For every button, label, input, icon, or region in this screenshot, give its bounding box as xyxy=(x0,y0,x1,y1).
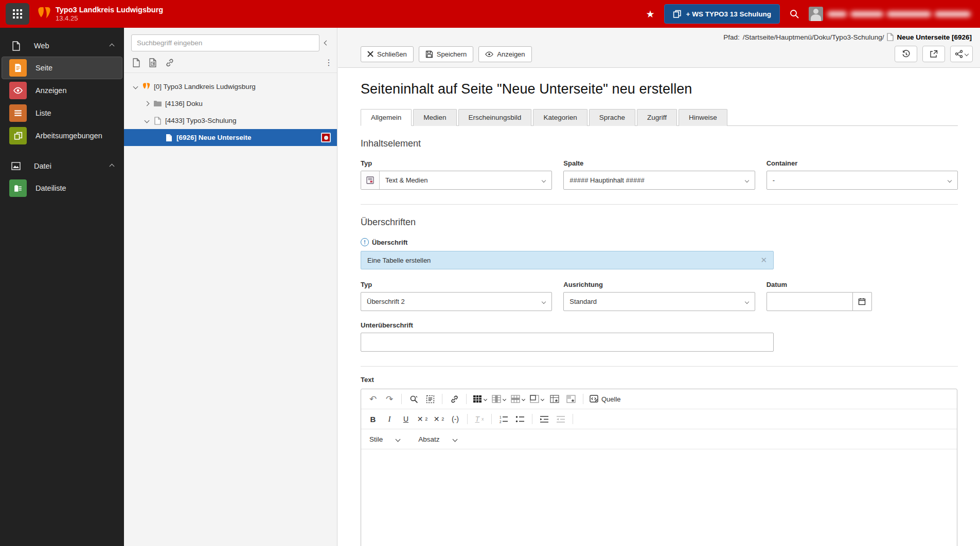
tree-node-root[interactable]: [0] Typo3 Landkreis Ludwigsburg xyxy=(124,78,337,95)
save-button[interactable]: Speichern xyxy=(419,46,474,62)
date-picker-button[interactable] xyxy=(853,292,872,311)
tree-node-doku[interactable]: [4136] Doku xyxy=(124,95,337,112)
bookmark-star-icon[interactable]: ★ xyxy=(646,8,655,20)
expand-chevron-icon[interactable] xyxy=(144,118,149,123)
view-button[interactable]: Anzeigen xyxy=(478,46,531,62)
cell-properties-icon[interactable] xyxy=(563,392,579,406)
colpos-select[interactable]: ##### Hauptinhalt ##### xyxy=(563,171,755,190)
tab-allgemein[interactable]: Allgemein xyxy=(361,109,412,126)
tab-zugriff[interactable]: Zugriff xyxy=(637,109,677,126)
docheader-buttons: Schließen Speichern Anzeigen xyxy=(361,46,973,62)
table-row-icon[interactable] xyxy=(509,392,527,406)
module-group-web[interactable]: Web xyxy=(0,35,124,57)
module-menu-toggle-button[interactable] xyxy=(6,3,29,25)
workspace-icon xyxy=(673,10,682,19)
module-item-arbeitsumgebungen[interactable]: Arbeitsumgebungen xyxy=(2,124,122,147)
module-item-seite[interactable]: Seite xyxy=(2,57,122,79)
tree-node-label: [4136] Doku xyxy=(165,100,203,107)
outdent-icon[interactable] xyxy=(553,412,568,426)
typo3-site-icon xyxy=(140,83,152,91)
tab-hinweise[interactable]: Hinweise xyxy=(679,109,727,126)
page-title: Seiteninhalt auf Seite "Neue Unterseite"… xyxy=(361,81,958,97)
select-all-icon[interactable] xyxy=(422,392,438,406)
remove-format-icon[interactable]: Tx xyxy=(472,412,487,426)
soft-hyphen-icon[interactable]: (-) xyxy=(448,412,463,426)
brand[interactable]: Typo3 Landkreis Ludwigsburg 13.4.25 xyxy=(38,5,163,23)
ctype-select-value: Text & Medien xyxy=(385,176,427,184)
module-item-arbeitsumgebungen-label: Arbeitsumgebungen xyxy=(35,132,102,140)
container-select[interactable]: - xyxy=(767,171,958,190)
ctype-select[interactable]: Text & Medien xyxy=(361,171,552,190)
open-in-new-button[interactable] xyxy=(922,46,945,62)
insert-table-icon[interactable] xyxy=(471,392,489,406)
redo-icon[interactable]: ↷ xyxy=(382,392,397,406)
styles-dropdown[interactable]: Stile xyxy=(365,432,404,446)
clear-field-icon[interactable]: ✕ xyxy=(760,256,767,265)
module-item-liste-label: Liste xyxy=(35,109,51,117)
page-module-icon xyxy=(9,59,27,77)
close-button[interactable]: Schließen xyxy=(361,46,414,62)
new-page-button[interactable] xyxy=(132,58,140,67)
user-menu[interactable] xyxy=(809,7,971,21)
tree-node-typo3-schulung[interactable]: [4433] Typo3-Schulung xyxy=(124,112,337,129)
tree-search-input[interactable] xyxy=(131,34,319,51)
tab-erscheinungsbild[interactable]: Erscheinungsbild xyxy=(458,109,532,126)
header-align-select[interactable]: Standard xyxy=(563,292,755,311)
tree-node-neue-unterseite-selected[interactable]: [6926] Neue Unterseite xyxy=(124,129,337,146)
superscript-icon[interactable]: ✕2 xyxy=(431,412,447,426)
container-label: Container xyxy=(767,159,958,167)
underline-icon[interactable]: U xyxy=(398,412,414,426)
numbered-list-icon[interactable]: 12 xyxy=(496,412,511,426)
bold-icon[interactable]: B xyxy=(365,412,381,426)
date-input[interactable] xyxy=(767,292,853,311)
module-item-anzeigen[interactable]: Anzeigen xyxy=(2,79,122,102)
calendar-icon xyxy=(858,298,866,305)
rte-toolbar-row-3: Stile Absatz xyxy=(361,429,957,449)
tree-more-menu-button[interactable]: ⋮ xyxy=(325,58,333,67)
merge-cells-icon[interactable] xyxy=(528,392,546,406)
source-button[interactable]: Quelle xyxy=(587,392,623,406)
workspaces-module-icon xyxy=(9,127,27,144)
info-icon: ! xyxy=(361,238,369,246)
grid-icon xyxy=(12,9,23,19)
table-column-icon[interactable] xyxy=(490,392,508,406)
link-icon[interactable] xyxy=(447,392,462,406)
expand-chevron-icon[interactable] xyxy=(133,84,138,89)
italic-icon[interactable]: I xyxy=(382,412,397,426)
paragraph-format-dropdown[interactable]: Absatz xyxy=(414,432,460,446)
link-mounts-button[interactable] xyxy=(165,58,174,67)
new-page-drag-button[interactable] xyxy=(149,58,157,67)
rte-editing-area[interactable] xyxy=(361,449,957,546)
stop-page-tree-icon[interactable] xyxy=(321,133,331,142)
ausrichtung-label: Ausrichtung xyxy=(563,281,755,288)
header-typ-label: Typ xyxy=(361,281,552,288)
find-replace-icon[interactable] xyxy=(406,392,421,406)
module-item-seite-label: Seite xyxy=(35,64,52,72)
bulleted-list-icon[interactable] xyxy=(512,412,528,426)
share-icon xyxy=(955,50,963,58)
module-item-liste[interactable]: Liste xyxy=(2,102,122,124)
tab-medien[interactable]: Medien xyxy=(413,109,456,126)
rte-toolbar-row-1: ↶ ↷ xyxy=(361,389,957,409)
workspace-button[interactable]: + WS TYPO3 13 Schulung xyxy=(664,4,780,24)
header-type-select[interactable]: Überschrift 2 xyxy=(361,292,552,311)
collapsed-chevron-icon[interactable] xyxy=(144,101,149,106)
indent-icon[interactable] xyxy=(537,412,552,426)
module-group-datei[interactable]: Datei xyxy=(0,155,124,177)
tab-sprache[interactable]: Sprache xyxy=(589,109,635,126)
search-icon xyxy=(789,9,799,19)
module-item-dateiliste[interactable]: Dateiliste xyxy=(2,177,122,199)
collapse-tree-button[interactable] xyxy=(319,41,333,45)
breadcrumb: Pfad: /Startseite/Hauptmenü/Doku/Typo3-S… xyxy=(361,33,973,41)
history-button[interactable] xyxy=(895,46,917,62)
table-properties-icon[interactable] xyxy=(547,392,562,406)
search-button[interactable] xyxy=(789,9,799,19)
share-button[interactable] xyxy=(950,46,973,62)
filelist-module-icon xyxy=(9,179,27,197)
tab-kategorien[interactable]: Kategorien xyxy=(533,109,587,126)
subscript-icon[interactable]: ✕2 xyxy=(415,412,430,426)
ueberschrift-input[interactable]: Eine Tabelle erstellen ✕ xyxy=(361,251,774,269)
unterueberschrift-input[interactable] xyxy=(361,333,774,352)
undo-icon[interactable]: ↶ xyxy=(365,392,381,406)
tree-node-label: [0] Typo3 Landkreis Ludwigsburg xyxy=(154,83,256,90)
